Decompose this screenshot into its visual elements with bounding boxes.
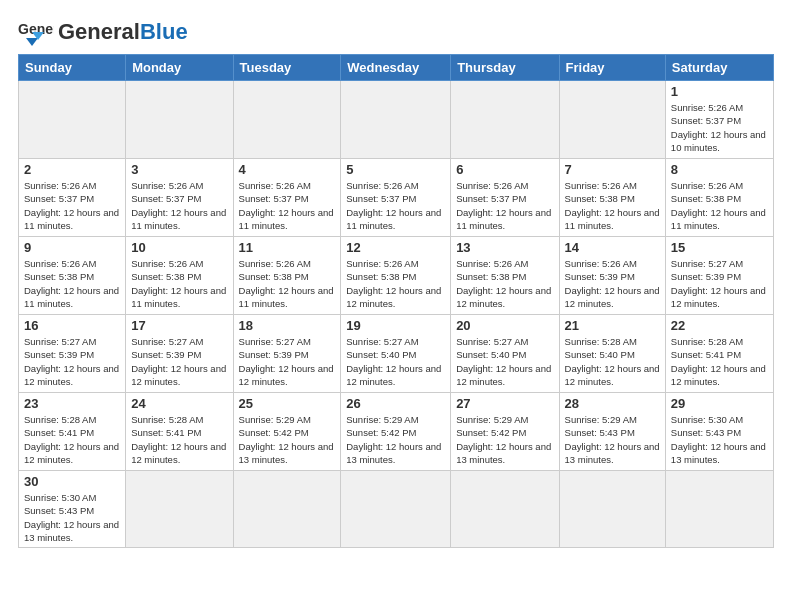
day-header-monday: Monday <box>126 55 233 81</box>
calendar-cell-29: 29Sunrise: 5:30 AM Sunset: 5:43 PM Dayli… <box>665 393 773 471</box>
calendar-cell-21: 21Sunrise: 5:28 AM Sunset: 5:40 PM Dayli… <box>559 315 665 393</box>
calendar-cell-4: 4Sunrise: 5:26 AM Sunset: 5:37 PM Daylig… <box>233 159 341 237</box>
calendar-cell-16: 16Sunrise: 5:27 AM Sunset: 5:39 PM Dayli… <box>19 315 126 393</box>
svg-marker-1 <box>26 38 38 46</box>
day-info: Sunrise: 5:26 AM Sunset: 5:37 PM Dayligh… <box>24 179 120 232</box>
day-info: Sunrise: 5:27 AM Sunset: 5:40 PM Dayligh… <box>346 335 445 388</box>
calendar-cell-empty <box>451 471 559 548</box>
day-number: 13 <box>456 240 553 255</box>
day-number: 23 <box>24 396 120 411</box>
day-info: Sunrise: 5:26 AM Sunset: 5:37 PM Dayligh… <box>671 101 768 154</box>
day-number: 28 <box>565 396 660 411</box>
day-info: Sunrise: 5:26 AM Sunset: 5:38 PM Dayligh… <box>131 257 227 310</box>
day-info: Sunrise: 5:30 AM Sunset: 5:43 PM Dayligh… <box>671 413 768 466</box>
day-number: 25 <box>239 396 336 411</box>
day-info: Sunrise: 5:26 AM Sunset: 5:39 PM Dayligh… <box>565 257 660 310</box>
day-number: 14 <box>565 240 660 255</box>
day-number: 29 <box>671 396 768 411</box>
day-info: Sunrise: 5:27 AM Sunset: 5:39 PM Dayligh… <box>239 335 336 388</box>
page: General GeneralBlue SundayMondayTuesdayW… <box>0 0 792 612</box>
day-info: Sunrise: 5:29 AM Sunset: 5:43 PM Dayligh… <box>565 413 660 466</box>
day-number: 26 <box>346 396 445 411</box>
day-info: Sunrise: 5:28 AM Sunset: 5:40 PM Dayligh… <box>565 335 660 388</box>
day-header-tuesday: Tuesday <box>233 55 341 81</box>
day-info: Sunrise: 5:26 AM Sunset: 5:38 PM Dayligh… <box>239 257 336 310</box>
day-number: 16 <box>24 318 120 333</box>
day-header-wednesday: Wednesday <box>341 55 451 81</box>
calendar-week-3: 16Sunrise: 5:27 AM Sunset: 5:39 PM Dayli… <box>19 315 774 393</box>
day-number: 17 <box>131 318 227 333</box>
day-number: 19 <box>346 318 445 333</box>
generalblue-logo-icon: General <box>18 18 54 46</box>
calendar-week-5: 30Sunrise: 5:30 AM Sunset: 5:43 PM Dayli… <box>19 471 774 548</box>
day-number: 6 <box>456 162 553 177</box>
day-info: Sunrise: 5:26 AM Sunset: 5:38 PM Dayligh… <box>24 257 120 310</box>
calendar-cell-17: 17Sunrise: 5:27 AM Sunset: 5:39 PM Dayli… <box>126 315 233 393</box>
day-number: 8 <box>671 162 768 177</box>
day-info: Sunrise: 5:26 AM Sunset: 5:38 PM Dayligh… <box>671 179 768 232</box>
day-info: Sunrise: 5:26 AM Sunset: 5:38 PM Dayligh… <box>346 257 445 310</box>
day-number: 22 <box>671 318 768 333</box>
calendar-cell-22: 22Sunrise: 5:28 AM Sunset: 5:41 PM Dayli… <box>665 315 773 393</box>
calendar-cell-28: 28Sunrise: 5:29 AM Sunset: 5:43 PM Dayli… <box>559 393 665 471</box>
calendar-week-2: 9Sunrise: 5:26 AM Sunset: 5:38 PM Daylig… <box>19 237 774 315</box>
day-number: 11 <box>239 240 336 255</box>
day-header-thursday: Thursday <box>451 55 559 81</box>
calendar-week-0: 1Sunrise: 5:26 AM Sunset: 5:37 PM Daylig… <box>19 81 774 159</box>
calendar-cell-8: 8Sunrise: 5:26 AM Sunset: 5:38 PM Daylig… <box>665 159 773 237</box>
day-info: Sunrise: 5:26 AM Sunset: 5:37 PM Dayligh… <box>239 179 336 232</box>
day-info: Sunrise: 5:29 AM Sunset: 5:42 PM Dayligh… <box>456 413 553 466</box>
calendar-cell-empty <box>233 471 341 548</box>
calendar-cell-empty <box>233 81 341 159</box>
day-info: Sunrise: 5:26 AM Sunset: 5:38 PM Dayligh… <box>456 257 553 310</box>
calendar-cell-27: 27Sunrise: 5:29 AM Sunset: 5:42 PM Dayli… <box>451 393 559 471</box>
day-info: Sunrise: 5:28 AM Sunset: 5:41 PM Dayligh… <box>131 413 227 466</box>
calendar-cell-15: 15Sunrise: 5:27 AM Sunset: 5:39 PM Dayli… <box>665 237 773 315</box>
calendar-cell-25: 25Sunrise: 5:29 AM Sunset: 5:42 PM Dayli… <box>233 393 341 471</box>
day-info: Sunrise: 5:30 AM Sunset: 5:43 PM Dayligh… <box>24 491 120 544</box>
calendar-cell-7: 7Sunrise: 5:26 AM Sunset: 5:38 PM Daylig… <box>559 159 665 237</box>
logo-text: GeneralBlue <box>58 21 188 43</box>
day-number: 2 <box>24 162 120 177</box>
calendar-cell-empty <box>126 471 233 548</box>
calendar-cell-19: 19Sunrise: 5:27 AM Sunset: 5:40 PM Dayli… <box>341 315 451 393</box>
day-number: 30 <box>24 474 120 489</box>
calendar-cell-11: 11Sunrise: 5:26 AM Sunset: 5:38 PM Dayli… <box>233 237 341 315</box>
day-header-friday: Friday <box>559 55 665 81</box>
day-info: Sunrise: 5:27 AM Sunset: 5:40 PM Dayligh… <box>456 335 553 388</box>
calendar-cell-empty <box>341 81 451 159</box>
calendar-cell-10: 10Sunrise: 5:26 AM Sunset: 5:38 PM Dayli… <box>126 237 233 315</box>
day-number: 20 <box>456 318 553 333</box>
calendar-cell-6: 6Sunrise: 5:26 AM Sunset: 5:37 PM Daylig… <box>451 159 559 237</box>
day-number: 7 <box>565 162 660 177</box>
calendar-cell-26: 26Sunrise: 5:29 AM Sunset: 5:42 PM Dayli… <box>341 393 451 471</box>
calendar-cell-13: 13Sunrise: 5:26 AM Sunset: 5:38 PM Dayli… <box>451 237 559 315</box>
day-info: Sunrise: 5:29 AM Sunset: 5:42 PM Dayligh… <box>346 413 445 466</box>
day-info: Sunrise: 5:28 AM Sunset: 5:41 PM Dayligh… <box>671 335 768 388</box>
day-number: 15 <box>671 240 768 255</box>
calendar-cell-3: 3Sunrise: 5:26 AM Sunset: 5:37 PM Daylig… <box>126 159 233 237</box>
day-number: 24 <box>131 396 227 411</box>
calendar-cell-24: 24Sunrise: 5:28 AM Sunset: 5:41 PM Dayli… <box>126 393 233 471</box>
calendar-cell-empty <box>559 471 665 548</box>
calendar-cell-20: 20Sunrise: 5:27 AM Sunset: 5:40 PM Dayli… <box>451 315 559 393</box>
day-number: 4 <box>239 162 336 177</box>
day-number: 10 <box>131 240 227 255</box>
calendar-cell-empty <box>559 81 665 159</box>
day-info: Sunrise: 5:26 AM Sunset: 5:37 PM Dayligh… <box>131 179 227 232</box>
calendar-cell-empty <box>126 81 233 159</box>
calendar-cell-5: 5Sunrise: 5:26 AM Sunset: 5:37 PM Daylig… <box>341 159 451 237</box>
day-number: 12 <box>346 240 445 255</box>
day-number: 5 <box>346 162 445 177</box>
calendar-header-row: SundayMondayTuesdayWednesdayThursdayFrid… <box>19 55 774 81</box>
day-number: 9 <box>24 240 120 255</box>
calendar-cell-1: 1Sunrise: 5:26 AM Sunset: 5:37 PM Daylig… <box>665 81 773 159</box>
day-info: Sunrise: 5:27 AM Sunset: 5:39 PM Dayligh… <box>24 335 120 388</box>
day-number: 18 <box>239 318 336 333</box>
calendar-cell-empty <box>341 471 451 548</box>
calendar-cell-12: 12Sunrise: 5:26 AM Sunset: 5:38 PM Dayli… <box>341 237 451 315</box>
calendar-cell-30: 30Sunrise: 5:30 AM Sunset: 5:43 PM Dayli… <box>19 471 126 548</box>
calendar-cell-23: 23Sunrise: 5:28 AM Sunset: 5:41 PM Dayli… <box>19 393 126 471</box>
day-number: 27 <box>456 396 553 411</box>
day-number: 3 <box>131 162 227 177</box>
